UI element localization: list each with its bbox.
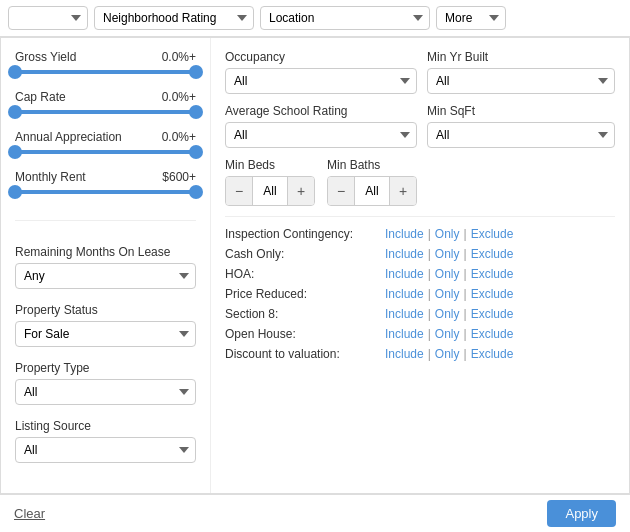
min-beds-minus-btn[interactable]: − [226,177,252,205]
gross-yield-fill [15,70,196,74]
section-8-exclude-link[interactable]: Exclude [471,307,514,321]
cash-only-only-link[interactable]: Only [435,247,460,261]
right-top-left: Occupancy All Average School Rating All … [225,50,417,206]
right-column: Occupancy All Average School Rating All … [211,38,629,493]
min-baths-group: Min Baths − + [327,158,417,206]
top-filter-bar: Neighborhood Rating Location More [0,0,630,37]
hoa-exclude-link[interactable]: Exclude [471,267,514,281]
min-baths-plus-btn[interactable]: + [390,177,416,205]
topbar-dropdown-1[interactable] [8,6,88,30]
apply-button[interactable]: Apply [547,500,616,527]
property-status-select[interactable]: For Sale [15,321,196,347]
cash-only-exclude-link[interactable]: Exclude [471,247,514,261]
hoa-include-link[interactable]: Include [385,267,424,281]
min-beds-plus-btn[interactable]: + [288,177,314,205]
monthly-rent-thumb-right[interactable] [189,185,203,199]
cash-only-include-link[interactable]: Include [385,247,424,261]
cap-rate-thumb-left[interactable] [8,105,22,119]
left-column: Gross Yield 0.0%+ Cap Rate 0.0%+ Ann [1,38,211,493]
min-yr-built-select[interactable]: All [427,68,615,94]
min-beds-group: Min Beds − + [225,158,315,206]
occupancy-label: Occupancy [225,50,417,64]
annual-appreciation-track[interactable] [15,150,196,154]
clear-button[interactable]: Clear [14,506,45,521]
listing-source-group: Listing Source All [15,419,196,463]
right-divider [225,216,615,217]
monthly-rent-thumb-left[interactable] [8,185,22,199]
filter-name-inspection: Inspection Contingency: [225,227,385,241]
topbar-dropdown-neighborhood[interactable]: Neighborhood Rating [94,6,254,30]
filter-options-section-8: Include | Only | Exclude [385,307,513,321]
open-house-exclude-link[interactable]: Exclude [471,327,514,341]
property-type-label: Property Type [15,361,196,375]
price-reduced-only-link[interactable]: Only [435,287,460,301]
min-sqft-group: Min SqFt All [427,104,615,148]
filter-row-inspection: Inspection Contingency: Include | Only |… [225,227,615,241]
section-8-include-link[interactable]: Include [385,307,424,321]
discount-valuation-include-link[interactable]: Include [385,347,424,361]
min-beds-stepper: − + [225,176,315,206]
gross-yield-thumb-left[interactable] [8,65,22,79]
monthly-rent-value: $600+ [162,170,196,184]
avg-school-rating-group: Average School Rating All [225,104,417,148]
discount-valuation-exclude-link[interactable]: Exclude [471,347,514,361]
discount-valuation-only-link[interactable]: Only [435,347,460,361]
filter-row-hoa: HOA: Include | Only | Exclude [225,267,615,281]
property-status-group: Property Status For Sale [15,303,196,347]
avg-school-rating-label: Average School Rating [225,104,417,118]
annual-appreciation-label: Annual Appreciation [15,130,122,144]
inspection-only-link[interactable]: Only [435,227,460,241]
remaining-months-select[interactable]: Any [15,263,196,289]
topbar-dropdown-more[interactable]: More [436,6,506,30]
min-yr-built-label: Min Yr Built [427,50,615,64]
gross-yield-slider-group: Gross Yield 0.0%+ [15,50,196,76]
filter-row-open-house: Open House: Include | Only | Exclude [225,327,615,341]
listing-source-label: Listing Source [15,419,196,433]
filter-name-cash-only: Cash Only: [225,247,385,261]
property-type-select[interactable]: All [15,379,196,405]
annual-appreciation-thumb-left[interactable] [8,145,22,159]
min-baths-stepper: − + [327,176,417,206]
property-status-label: Property Status [15,303,196,317]
topbar-dropdown-location[interactable]: Location [260,6,430,30]
cap-rate-fill [15,110,196,114]
filter-options-price-reduced: Include | Only | Exclude [385,287,513,301]
filter-options-cash-only: Include | Only | Exclude [385,247,513,261]
min-baths-input[interactable] [354,177,390,205]
cap-rate-label: Cap Rate [15,90,66,104]
gross-yield-label: Gross Yield [15,50,76,64]
cap-rate-thumb-right[interactable] [189,105,203,119]
monthly-rent-label: Monthly Rent [15,170,86,184]
listing-source-select[interactable]: All [15,437,196,463]
monthly-rent-slider-group: Monthly Rent $600+ [15,170,196,196]
section-8-only-link[interactable]: Only [435,307,460,321]
annual-appreciation-thumb-right[interactable] [189,145,203,159]
filter-name-section-8: Section 8: [225,307,385,321]
min-sqft-select[interactable]: All [427,122,615,148]
price-reduced-include-link[interactable]: Include [385,287,424,301]
price-reduced-exclude-link[interactable]: Exclude [471,287,514,301]
hoa-only-link[interactable]: Only [435,267,460,281]
remaining-months-group: Remaining Months On Lease Any [15,245,196,289]
open-house-only-link[interactable]: Only [435,327,460,341]
inspection-exclude-link[interactable]: Exclude [471,227,514,241]
right-top-right: Min Yr Built All Min SqFt All [427,50,615,206]
monthly-rent-fill [15,190,196,194]
min-baths-minus-btn[interactable]: − [328,177,354,205]
occupancy-select[interactable]: All [225,68,417,94]
gross-yield-track[interactable] [15,70,196,74]
inspection-include-link[interactable]: Include [385,227,424,241]
min-beds-input[interactable] [252,177,288,205]
gross-yield-thumb-right[interactable] [189,65,203,79]
cap-rate-track[interactable] [15,110,196,114]
beds-baths-row: Min Beds − + Min Baths − + [225,158,417,206]
filter-name-open-house: Open House: [225,327,385,341]
property-type-group: Property Type All [15,361,196,405]
monthly-rent-track[interactable] [15,190,196,194]
open-house-include-link[interactable]: Include [385,327,424,341]
filter-options-open-house: Include | Only | Exclude [385,327,513,341]
avg-school-rating-select[interactable]: All [225,122,417,148]
annual-appreciation-value: 0.0%+ [162,130,196,144]
filter-row-cash-only: Cash Only: Include | Only | Exclude [225,247,615,261]
filter-toggles: Inspection Contingency: Include | Only |… [225,227,615,481]
